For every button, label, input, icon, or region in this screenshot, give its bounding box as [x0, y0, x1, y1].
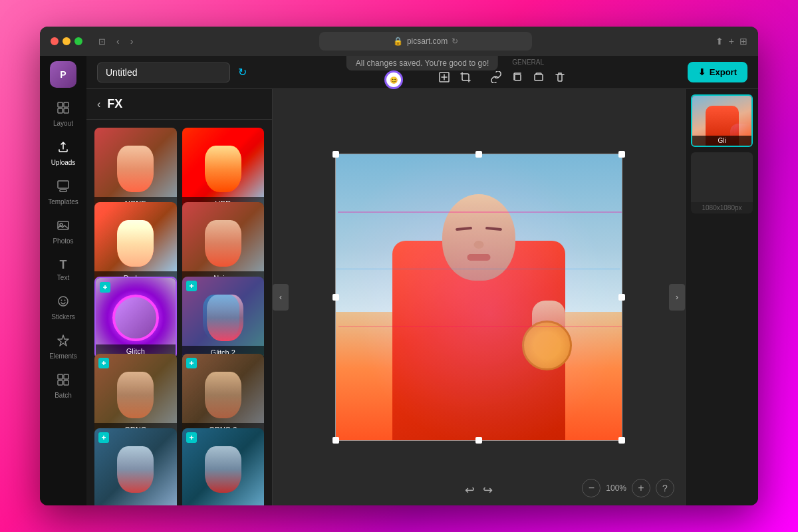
handle-top-left[interactable]: [332, 151, 339, 158]
svg-rect-17: [535, 74, 543, 80]
share-button[interactable]: ⬆: [716, 36, 724, 47]
svg-point-8: [59, 297, 68, 306]
svg-rect-0: [58, 102, 63, 107]
url-text: picsart.com: [407, 37, 448, 46]
fx-item-extra1[interactable]: [94, 428, 177, 505]
handle-top-right[interactable]: [618, 151, 625, 158]
right-panel: Gli 1080x1080px: [685, 89, 758, 505]
elements-label: Elements: [49, 352, 77, 360]
svg-rect-4: [58, 181, 68, 188]
fx-item-glitch2[interactable]: Glitch 2: [182, 277, 265, 359]
handle-bottom-left[interactable]: [332, 437, 339, 444]
export-label: Export: [710, 67, 737, 77]
handle-bottom-middle[interactable]: [475, 437, 482, 444]
bottom-toolbar: ↩ ↪: [465, 483, 493, 497]
back-button[interactable]: ‹: [114, 33, 122, 49]
sidebar-item-batch[interactable]: Batch: [44, 368, 82, 404]
image-frame[interactable]: [335, 154, 622, 441]
thumbnail-blank[interactable]: 1080x1080px: [691, 152, 753, 213]
export-icon: ⬇: [698, 67, 706, 77]
redo-button[interactable]: ↪: [483, 483, 493, 497]
undo-button[interactable]: ↩: [465, 483, 475, 497]
uploads-label: Uploads: [51, 159, 76, 166]
active-tool-indicator: 😊: [384, 70, 403, 89]
fx-panel: ‹ FX NONE: [86, 89, 273, 505]
templates-label: Templates: [48, 198, 78, 205]
saved-message: All changes saved. You're good to go!: [346, 56, 498, 70]
fx-item-extra2[interactable]: [182, 428, 265, 505]
fx-back-button[interactable]: ‹: [97, 98, 100, 110]
fx-grng2-badge: [186, 358, 197, 368]
new-tab-button[interactable]: +: [729, 36, 734, 47]
svg-point-9: [61, 300, 63, 301]
text-icon: T: [60, 258, 67, 272]
stickers-label: Stickers: [51, 313, 75, 321]
grid-button[interactable]: ⊞: [739, 36, 747, 47]
sidebar-item-uploads[interactable]: Uploads: [44, 135, 82, 172]
canvas-area[interactable]: ‹: [273, 89, 685, 505]
stickers-icon: [57, 295, 70, 311]
handle-middle-right[interactable]: [618, 294, 625, 301]
zoom-in-button[interactable]: +: [632, 479, 650, 497]
handle-top-middle[interactable]: [475, 151, 482, 158]
app-logo[interactable]: P: [50, 61, 76, 88]
link-tool-button[interactable]: [487, 68, 505, 86]
svg-rect-16: [515, 74, 521, 80]
main-area: ‹ FX NONE: [86, 89, 758, 505]
thumbnail-label: Gli: [692, 136, 751, 146]
help-button[interactable]: ?: [656, 479, 674, 497]
sidebar-toggle-button[interactable]: ⊡: [96, 34, 108, 49]
fx-item-glitch[interactable]: Glitch: [94, 277, 177, 359]
sidebar-item-text[interactable]: T Text: [44, 253, 82, 287]
panel-toggle-left[interactable]: ‹: [273, 284, 289, 311]
address-bar[interactable]: 🔒 picsart.com ↻: [319, 32, 532, 51]
fx-item-none[interactable]: NONE: [94, 128, 177, 210]
reload-icon: ↻: [452, 37, 458, 46]
svg-point-10: [65, 300, 66, 301]
traffic-light-green[interactable]: [74, 37, 82, 45]
zoom-value: 100%: [606, 483, 626, 493]
sidebar-item-templates[interactable]: Templates: [44, 174, 82, 211]
layout-icon: [57, 101, 70, 118]
sidebar-item-stickers[interactable]: Stickers: [44, 289, 82, 326]
svg-rect-6: [58, 221, 68, 229]
sidebar-item-photos[interactable]: Photos: [44, 213, 82, 250]
fx-item-dodger[interactable]: Dodger: [94, 202, 177, 285]
export-button[interactable]: ⬇ Export: [688, 62, 747, 82]
app-container: P Layout: [40, 56, 758, 505]
svg-rect-12: [64, 374, 68, 379]
fx-item-noise[interactable]: Noise: [182, 202, 265, 285]
zoom-out-button[interactable]: −: [582, 479, 600, 497]
svg-rect-5: [60, 190, 66, 192]
traffic-lights: [51, 37, 82, 45]
file-name-input[interactable]: [97, 63, 230, 82]
svg-rect-3: [64, 108, 68, 113]
fx-grid: NONE HDR: [86, 120, 272, 505]
thumbnail-main[interactable]: Gli: [691, 94, 753, 147]
layers-tool-button[interactable]: [530, 68, 547, 86]
sidebar-item-layout[interactable]: Layout: [44, 96, 82, 132]
uploads-icon: [57, 140, 70, 157]
panel-toggle-right[interactable]: ›: [669, 284, 685, 311]
crop-tool-button[interactable]: [457, 68, 474, 86]
fx-title: FX: [107, 97, 122, 111]
svg-rect-1: [64, 102, 68, 107]
sync-button[interactable]: ↻: [238, 66, 247, 78]
sidebar-item-elements[interactable]: Elements: [44, 329, 82, 365]
delete-tool-button[interactable]: [551, 68, 569, 86]
active-tool-face: 😊: [390, 76, 398, 84]
handle-middle-left[interactable]: [332, 294, 339, 301]
traffic-light-red[interactable]: [51, 37, 59, 45]
fx-item-hdr[interactable]: HDR: [182, 128, 265, 210]
zoom-controls: − 100% + ?: [582, 479, 674, 497]
fx-header: ‹ FX: [86, 89, 272, 120]
templates-icon: [57, 180, 70, 196]
transform-tool-button[interactable]: [436, 68, 453, 86]
traffic-light-yellow[interactable]: [63, 37, 70, 45]
fx-item-grng2[interactable]: GRNG 2: [182, 354, 265, 436]
forward-button[interactable]: ›: [128, 33, 136, 49]
handle-bottom-right[interactable]: [618, 437, 625, 444]
nav-sidebar: P Layout: [40, 56, 86, 505]
duplicate-tool-button[interactable]: [509, 68, 526, 86]
fx-item-grng[interactable]: GRNG: [94, 354, 177, 436]
